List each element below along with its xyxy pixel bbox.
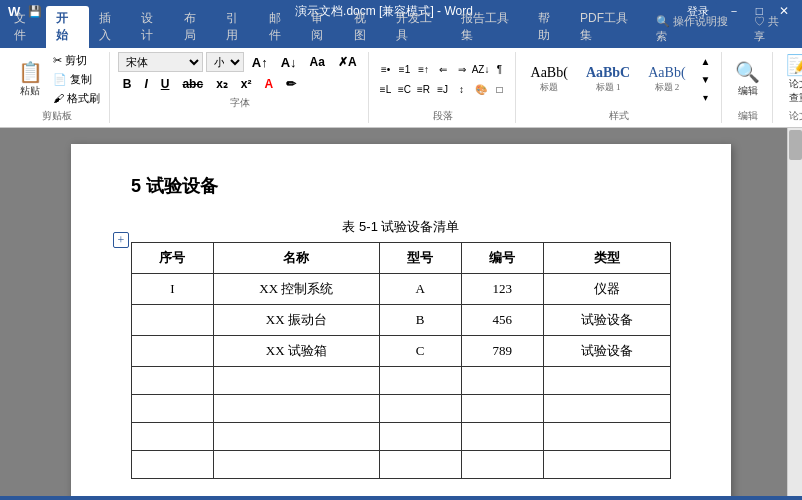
format-painter-button[interactable]: 🖌 格式刷 xyxy=(50,90,103,107)
table-row[interactable] xyxy=(132,367,671,395)
find-button[interactable]: 🔍 编辑 xyxy=(730,60,766,100)
cell-seq[interactable] xyxy=(132,305,214,336)
font-grow-button[interactable]: A↑ xyxy=(247,52,273,72)
styles-expand[interactable]: ▾ xyxy=(697,89,715,107)
cell-number[interactable] xyxy=(461,367,543,395)
styles-scroll-down[interactable]: ▼ xyxy=(697,71,715,89)
cell-name[interactable] xyxy=(213,423,379,451)
cell-number[interactable]: 456 xyxy=(461,305,543,336)
cell-model[interactable] xyxy=(379,395,461,423)
cell-seq[interactable]: I xyxy=(132,274,214,305)
cell-type[interactable]: 仪器 xyxy=(543,274,670,305)
tab-references[interactable]: 引用 xyxy=(216,6,258,48)
font-shrink-button[interactable]: A↓ xyxy=(276,52,302,72)
add-row-button[interactable]: + xyxy=(113,232,129,248)
cell-model[interactable] xyxy=(379,423,461,451)
styles-scroll-up[interactable]: ▲ xyxy=(697,53,715,71)
tab-help[interactable]: 帮助 xyxy=(528,6,570,48)
cell-type[interactable] xyxy=(543,395,670,423)
decrease-indent-button[interactable]: ⇐ xyxy=(434,61,452,79)
cell-name[interactable] xyxy=(213,395,379,423)
bullets-button[interactable]: ≡• xyxy=(377,61,395,79)
font-name-select[interactable]: 宋体 xyxy=(118,52,203,72)
sort-button[interactable]: AZ↓ xyxy=(472,61,490,79)
style-default[interactable]: AaBb( 标题 xyxy=(524,62,575,98)
superscript-button[interactable]: x² xyxy=(236,74,257,94)
table-row[interactable]: I XX 控制系统 A 123 仪器 xyxy=(132,274,671,305)
cell-type[interactable] xyxy=(543,451,670,479)
cell-number[interactable] xyxy=(461,395,543,423)
cell-name[interactable] xyxy=(213,451,379,479)
align-right-button[interactable]: ≡R xyxy=(415,81,433,99)
cell-model[interactable] xyxy=(379,451,461,479)
cell-number[interactable] xyxy=(461,423,543,451)
table-row[interactable]: XX 试验箱 C 789 试验设备 xyxy=(132,336,671,367)
cell-name[interactable] xyxy=(213,367,379,395)
paste-button[interactable]: 📋 粘贴 xyxy=(12,60,48,100)
increase-indent-button[interactable]: ⇒ xyxy=(453,61,471,79)
table-row[interactable] xyxy=(132,423,671,451)
scrollbar-thumb[interactable] xyxy=(789,130,802,160)
borders-button[interactable]: □ xyxy=(491,81,509,99)
highlight-button[interactable]: ✏ xyxy=(281,74,301,94)
tab-design[interactable]: 设计 xyxy=(131,6,173,48)
share-button[interactable]: ♡ 共享 xyxy=(744,10,798,48)
italic-button[interactable]: I xyxy=(139,74,152,94)
shading-button[interactable]: 🎨 xyxy=(472,81,490,99)
subscript-button[interactable]: x₂ xyxy=(211,74,233,94)
table-row[interactable] xyxy=(132,395,671,423)
multilevel-button[interactable]: ≡↑ xyxy=(415,61,433,79)
change-case-button[interactable]: Aa xyxy=(305,52,330,72)
cell-model[interactable] xyxy=(379,367,461,395)
vertical-scrollbar[interactable] xyxy=(787,128,802,496)
cell-name[interactable]: XX 试验箱 xyxy=(213,336,379,367)
tab-file[interactable]: 文件 xyxy=(4,6,46,48)
style-heading1[interactable]: AaBbC 标题 1 xyxy=(579,62,637,98)
cell-type[interactable]: 试验设备 xyxy=(543,336,670,367)
tab-view[interactable]: 视图 xyxy=(344,6,386,48)
strikethrough-button[interactable]: abc xyxy=(177,74,208,94)
show-marks-button[interactable]: ¶ xyxy=(491,61,509,79)
cell-name[interactable]: XX 控制系统 xyxy=(213,274,379,305)
tab-review[interactable]: 审阅 xyxy=(301,6,343,48)
table-row[interactable] xyxy=(132,451,671,479)
cell-model[interactable]: B xyxy=(379,305,461,336)
tab-search[interactable]: 🔍 操作说明搜索 xyxy=(646,10,744,48)
cell-model[interactable]: A xyxy=(379,274,461,305)
cell-seq[interactable] xyxy=(132,336,214,367)
cell-model[interactable]: C xyxy=(379,336,461,367)
align-left-button[interactable]: ≡L xyxy=(377,81,395,99)
cell-name[interactable]: XX 振动台 xyxy=(213,305,379,336)
cell-number[interactable]: 789 xyxy=(461,336,543,367)
cell-number[interactable] xyxy=(461,451,543,479)
tab-home[interactable]: 开始 xyxy=(46,6,88,48)
cell-seq[interactable] xyxy=(132,423,214,451)
cut-button[interactable]: ✂ 剪切 xyxy=(50,52,103,69)
paper-check-button[interactable]: 📝 论文查重 xyxy=(781,53,802,107)
tab-developer[interactable]: 开发工具 xyxy=(386,6,451,48)
justify-button[interactable]: ≡J xyxy=(434,81,452,99)
line-spacing-button[interactable]: ↕ xyxy=(453,81,471,99)
underline-button[interactable]: U xyxy=(156,74,175,94)
cell-type[interactable] xyxy=(543,367,670,395)
align-center-button[interactable]: ≡C xyxy=(396,81,414,99)
cell-seq[interactable] xyxy=(132,451,214,479)
cell-type[interactable] xyxy=(543,423,670,451)
copy-button[interactable]: 📄 复制 xyxy=(50,71,103,88)
clear-format-button[interactable]: ✗A xyxy=(333,52,362,72)
style-heading2[interactable]: AaBb( 标题 2 xyxy=(641,62,692,98)
tab-insert[interactable]: 插入 xyxy=(89,6,131,48)
tab-report[interactable]: 报告工具集 xyxy=(451,6,527,48)
numbering-button[interactable]: ≡1 xyxy=(396,61,414,79)
tab-layout[interactable]: 布局 xyxy=(174,6,216,48)
cell-seq[interactable] xyxy=(132,395,214,423)
tab-pdf[interactable]: PDF工具集 xyxy=(570,6,646,48)
tab-mailings[interactable]: 邮件 xyxy=(259,6,301,48)
font-size-select[interactable]: 小三 三号 小四 xyxy=(206,52,244,72)
cell-seq[interactable] xyxy=(132,367,214,395)
cell-number[interactable]: 123 xyxy=(461,274,543,305)
cell-type[interactable]: 试验设备 xyxy=(543,305,670,336)
font-color-button[interactable]: A xyxy=(259,74,278,94)
bold-button[interactable]: B xyxy=(118,74,137,94)
table-row[interactable]: XX 振动台 B 456 试验设备 xyxy=(132,305,671,336)
